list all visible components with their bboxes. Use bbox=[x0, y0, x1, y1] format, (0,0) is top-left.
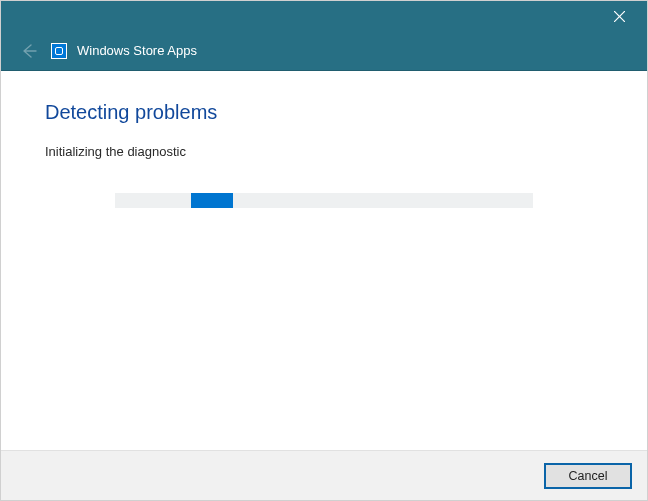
status-text: Initializing the diagnostic bbox=[45, 144, 603, 159]
troubleshooter-window: Windows Store Apps Detecting problems In… bbox=[0, 0, 648, 501]
progress-indicator bbox=[191, 193, 233, 208]
close-icon bbox=[614, 11, 625, 22]
back-button bbox=[19, 41, 39, 61]
window-title: Windows Store Apps bbox=[77, 43, 197, 58]
header-bar: Windows Store Apps bbox=[1, 31, 647, 71]
page-heading: Detecting problems bbox=[45, 101, 603, 124]
back-arrow-icon bbox=[21, 43, 37, 59]
cancel-button[interactable]: Cancel bbox=[545, 464, 631, 488]
close-button[interactable] bbox=[597, 1, 641, 31]
content-area: Detecting problems Initializing the diag… bbox=[1, 71, 647, 450]
progress-bar bbox=[115, 193, 533, 208]
store-icon bbox=[51, 43, 67, 59]
titlebar bbox=[1, 1, 647, 31]
progress-container bbox=[45, 193, 603, 208]
footer-bar: Cancel bbox=[1, 450, 647, 500]
